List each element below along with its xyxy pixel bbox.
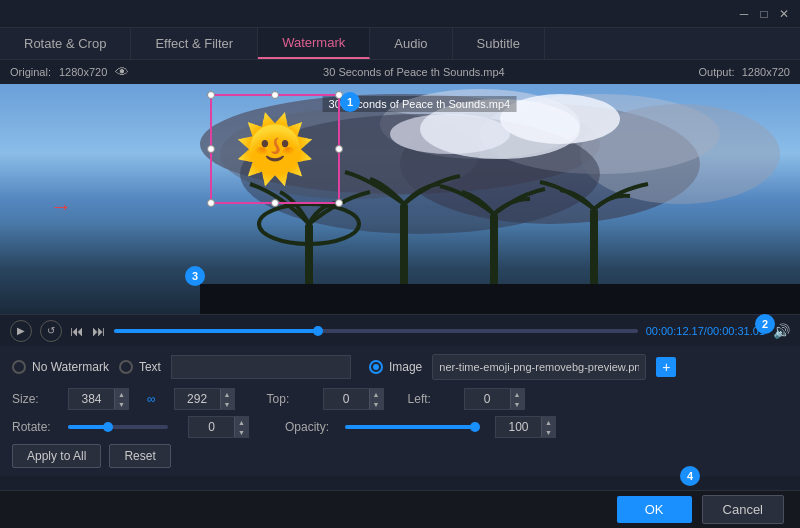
opacity-track[interactable]: [345, 425, 475, 429]
rotate-label: Rotate:: [12, 420, 52, 434]
playback-bar: ▶ ↺ ⏮ ⏭ 00:00:12.17/00:00:31.01 🔊: [0, 314, 800, 346]
tab-rotate[interactable]: Rotate & Crop: [0, 28, 131, 59]
top-down[interactable]: ▼: [369, 399, 383, 409]
size-width-down[interactable]: ▼: [114, 399, 128, 409]
progress-track[interactable]: [114, 329, 638, 333]
cancel-button[interactable]: Cancel: [702, 495, 784, 524]
eye-icon[interactable]: 👁: [115, 64, 129, 80]
badge-4: 4: [680, 466, 700, 486]
size-height-down[interactable]: ▼: [220, 399, 234, 409]
link-icon[interactable]: ∞: [147, 392, 156, 406]
top-up[interactable]: ▲: [369, 389, 383, 399]
maximize-button[interactable]: □: [756, 6, 772, 22]
badge-2: 2: [755, 314, 775, 334]
next-button[interactable]: ⏭: [92, 323, 106, 339]
progress-thumb[interactable]: [313, 326, 323, 336]
replay-button[interactable]: ↺: [40, 320, 62, 342]
svg-point-9: [390, 114, 510, 154]
titlebar: ─ □ ✕: [0, 0, 800, 28]
text-watermark-option[interactable]: Text: [119, 360, 161, 374]
video-preview: 30 Seconds of Peace th Sounds.mp4 1 → 3 …: [0, 84, 800, 314]
left-up[interactable]: ▲: [510, 389, 524, 399]
tab-bar: Rotate & Crop Effect & Filter Watermark …: [0, 28, 800, 60]
resize-handle-bm[interactable]: [271, 199, 279, 207]
time-display: 00:00:12.17/00:00:31.01: [646, 325, 765, 337]
left-field[interactable]: 0: [465, 392, 510, 406]
ok-button[interactable]: OK: [617, 496, 692, 523]
apply-to-all-button[interactable]: Apply to All: [12, 444, 101, 468]
progress-fill: [114, 329, 318, 333]
size-height-up[interactable]: ▲: [220, 389, 234, 399]
opacity-down[interactable]: ▼: [541, 427, 555, 437]
info-bar: Original: 1280x720 👁 30 Seconds of Peace…: [0, 60, 800, 84]
image-radio[interactable]: [369, 360, 383, 374]
rotate-up[interactable]: ▲: [234, 417, 248, 427]
resize-handle-br[interactable]: [335, 199, 343, 207]
tab-subtitle[interactable]: Subtitle: [453, 28, 545, 59]
image-radio-dot: [373, 364, 379, 370]
rotate-input[interactable]: 0 ▲ ▼: [188, 416, 249, 438]
opacity-up[interactable]: ▲: [541, 417, 555, 427]
size-height-field[interactable]: 292: [175, 392, 220, 406]
image-filename-text: ner-time-emoji-png-removebg-preview.png: [439, 361, 639, 373]
tab-effect[interactable]: Effect & Filter: [131, 28, 258, 59]
top-field[interactable]: 0: [324, 392, 369, 406]
rotate-field[interactable]: 0: [189, 420, 234, 434]
image-watermark-option[interactable]: Image: [369, 360, 422, 374]
add-image-button[interactable]: +: [656, 357, 676, 377]
original-resolution: 1280x720: [59, 66, 107, 78]
svg-rect-15: [200, 284, 800, 314]
tab-audio[interactable]: Audio: [370, 28, 452, 59]
rotate-thumb[interactable]: [103, 422, 113, 432]
left-input[interactable]: 0 ▲ ▼: [464, 388, 525, 410]
opacity-field[interactable]: 100: [496, 420, 541, 434]
left-label: Left:: [408, 392, 448, 406]
resize-handle-lm[interactable]: [207, 145, 215, 153]
text-watermark-input[interactable]: [171, 355, 351, 379]
resize-handle-tm[interactable]: [271, 91, 279, 99]
opacity-slider-wrap: [345, 425, 475, 429]
rotate-down[interactable]: ▼: [234, 427, 248, 437]
bottom-bar: 4 OK Cancel: [0, 490, 800, 528]
play-button[interactable]: ▶: [10, 320, 32, 342]
arrow-indicator: →: [50, 194, 72, 220]
filename-center: 30 Seconds of Peace th Sounds.mp4: [323, 66, 505, 78]
watermark-overlay-box[interactable]: 🌞: [210, 94, 340, 204]
clouds-layer: [0, 84, 800, 314]
prev-button[interactable]: ⏮: [70, 323, 84, 339]
size-label: Size:: [12, 392, 52, 406]
controls-area: No Watermark Text Image ner-time-emoji-p…: [0, 346, 800, 476]
size-row: Size: 384 ▲ ▼ ∞ 292 ▲ ▼ Top: 0 ▲ ▼ Left:: [12, 388, 788, 410]
text-radio[interactable]: [119, 360, 133, 374]
volume-icon[interactable]: 🔊: [773, 323, 790, 339]
image-label: Image: [389, 360, 422, 374]
close-button[interactable]: ✕: [776, 6, 792, 22]
resize-handle-tl[interactable]: [207, 91, 215, 99]
no-watermark-radio[interactable]: [12, 360, 26, 374]
watermark-emoji: 🌞: [235, 117, 315, 181]
no-watermark-label: No Watermark: [32, 360, 109, 374]
size-width-field[interactable]: 384: [69, 392, 114, 406]
resize-handle-rm[interactable]: [335, 145, 343, 153]
badge-3: 3: [185, 266, 205, 286]
left-down[interactable]: ▼: [510, 399, 524, 409]
resize-handle-bl[interactable]: [207, 199, 215, 207]
opacity-input[interactable]: 100 ▲ ▼: [495, 416, 556, 438]
rotate-slider-wrap: [68, 425, 168, 429]
size-height-input[interactable]: 292 ▲ ▼: [174, 388, 235, 410]
action-row: Apply to All Reset: [12, 444, 788, 468]
image-filename-section: ner-time-emoji-png-removebg-preview.png: [432, 354, 646, 380]
size-width-input[interactable]: 384 ▲ ▼: [68, 388, 129, 410]
svg-point-8: [500, 94, 620, 144]
minimize-button[interactable]: ─: [736, 6, 752, 22]
output-resolution: 1280x720: [742, 66, 790, 78]
original-label: Original:: [10, 66, 51, 78]
rotate-fill: [68, 425, 108, 429]
tab-watermark[interactable]: Watermark: [258, 28, 370, 59]
reset-button[interactable]: Reset: [109, 444, 170, 468]
no-watermark-option[interactable]: No Watermark: [12, 360, 109, 374]
size-width-up[interactable]: ▲: [114, 389, 128, 399]
opacity-thumb[interactable]: [470, 422, 480, 432]
rotate-track[interactable]: [68, 425, 168, 429]
top-input[interactable]: 0 ▲ ▼: [323, 388, 384, 410]
